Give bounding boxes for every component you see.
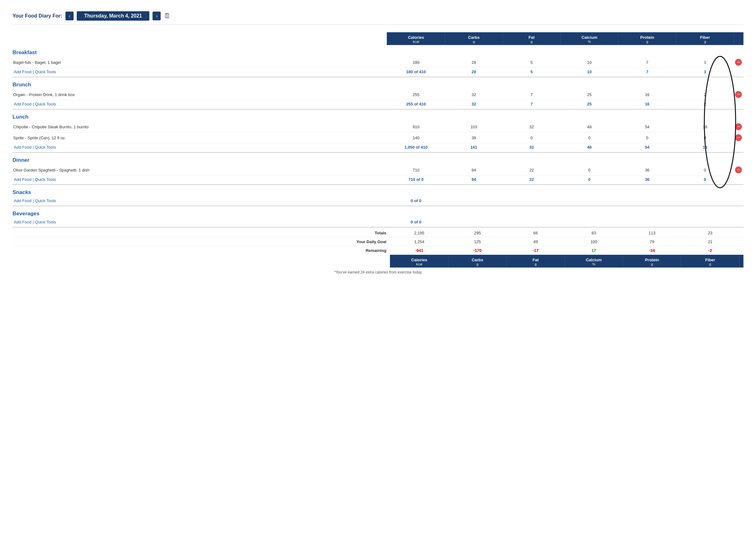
food-name-dinner-0: Olive Garden Spaghetti - Spaghetti, 1 di…	[13, 165, 387, 176]
goal-carbs: 125	[448, 237, 507, 246]
section-name-snacks: Snacks	[13, 189, 31, 195]
quick-tools-link-lunch[interactable]: Quick Tools	[35, 145, 56, 149]
summary-protein-lunch: 54	[618, 143, 676, 153]
bottom-carbs-header: Carbsg	[448, 255, 507, 268]
add-food-link-brunch[interactable]: Add Food	[14, 102, 31, 106]
food-calories-lunch-0: 910	[387, 121, 445, 132]
add-row-breakfast: Add Food | Quick Tools 180 of 410 28 5 1…	[13, 68, 743, 77]
remaining-label: Remaining	[13, 246, 390, 255]
diary-header: Your Food Diary For: ‹ Thursday, March 4…	[13, 6, 743, 25]
food-row-dinner-0: Olive Garden Spaghetti - Spaghetti, 1 di…	[13, 165, 743, 176]
food-fat-brunch-0: 7	[503, 89, 560, 100]
food-calcium-breakfast-0: 10	[560, 57, 618, 68]
diary-label: Your Food Diary For:	[13, 13, 62, 19]
goal-fat: 49	[507, 237, 565, 246]
section-name-beverages: Beverages	[13, 211, 39, 217]
remove-cell-brunch-0[interactable]: −	[734, 89, 743, 100]
add-links-brunch: Add Food | Quick Tools	[13, 100, 387, 109]
section-name-dinner: Dinner	[13, 157, 29, 163]
summary-calories-lunch: 1,050 of 410	[387, 143, 445, 153]
prev-day-button[interactable]: ‹	[66, 12, 73, 21]
summary-carbs-breakfast: 28	[445, 68, 503, 77]
remove-button-dinner-0[interactable]: −	[735, 166, 742, 173]
add-food-link-beverages[interactable]: Add Food	[14, 220, 31, 225]
remove-button-breakfast-0[interactable]: −	[735, 59, 742, 66]
food-name-lunch-0: Chipotle - Chipotle Steak Burrito, 1 bur…	[13, 121, 387, 132]
food-protein-lunch-1: 0	[618, 132, 676, 143]
add-food-link-snacks[interactable]: Add Food	[14, 198, 31, 203]
food-name-breakfast-0: Bagel-fuls - Bagel, 1 bagel	[13, 57, 387, 68]
summary-calories-snacks: 0 of 0	[387, 197, 445, 206]
quick-tools-link-breakfast[interactable]: Quick Tools	[35, 69, 56, 74]
totals-row: Totals 2,195 295 66 83 113 23	[13, 229, 743, 237]
add-food-link-dinner[interactable]: Add Food	[14, 177, 31, 182]
section-heading-brunch: Brunch	[13, 77, 743, 89]
remaining-fiber: -2	[681, 246, 739, 255]
summary-carbs-snacks	[445, 197, 503, 206]
food-fat-dinner-0: 22	[503, 165, 560, 176]
add-food-link-lunch[interactable]: Add Food	[14, 145, 31, 149]
section-heading-beverages: Beverages	[13, 206, 743, 218]
food-fiber-brunch-0: 2	[676, 89, 734, 100]
summary-calcium-dinner: 0	[560, 176, 618, 185]
totals-calcium: 83	[565, 229, 623, 237]
food-row-brunch-0: Orgain - Protein Drink, 1 drink box 255 …	[13, 89, 743, 100]
quick-tools-link-beverages[interactable]: Quick Tools	[35, 220, 56, 225]
summary-calcium-lunch: 48	[560, 143, 618, 153]
totals-carbs: 295	[448, 229, 507, 237]
food-fiber-dinner-0: 0	[676, 165, 734, 176]
remove-button-brunch-0[interactable]: −	[735, 91, 742, 98]
protein-col-header: Proteing	[618, 32, 676, 45]
next-day-button[interactable]: ›	[153, 12, 161, 21]
add-links-snacks: Add Food | Quick Tools	[13, 197, 387, 206]
food-row-lunch-1: Sprite - Sprite (Can), 12 fl oz. 140 38 …	[13, 132, 743, 143]
remove-cell-dinner-0[interactable]: −	[734, 165, 743, 176]
food-protein-lunch-0: 54	[618, 121, 676, 132]
name-col-header	[13, 32, 387, 45]
add-links-dinner: Add Food | Quick Tools	[13, 176, 387, 185]
totals-protein: 113	[623, 229, 681, 237]
remove-cell-lunch-1[interactable]: −	[734, 132, 743, 143]
calendar-icon[interactable]: 🗓	[164, 12, 171, 20]
food-calories-breakfast-0: 180	[387, 57, 445, 68]
summary-calcium-brunch: 25	[560, 100, 618, 109]
goal-calories: 1,254	[390, 237, 448, 246]
summary-protein-breakfast: 7	[618, 68, 676, 77]
add-food-link-breakfast[interactable]: Add Food	[14, 69, 31, 74]
summary-fiber-breakfast: 3	[676, 68, 734, 77]
fat-col-header: Fatg	[503, 32, 560, 45]
food-calcium-brunch-0: 25	[560, 89, 618, 100]
remaining-calories: -941	[390, 246, 448, 255]
totals-calories: 2,195	[390, 229, 448, 237]
remove-button-lunch-0[interactable]: −	[735, 123, 742, 130]
remove-cell-breakfast-0[interactable]: −	[734, 57, 743, 68]
food-row-breakfast-0: Bagel-fuls - Bagel, 1 bagel 180 28 5 10 …	[13, 57, 743, 68]
food-row-lunch-0: Chipotle - Chipotle Steak Burrito, 1 bur…	[13, 121, 743, 132]
section-name-lunch: Lunch	[13, 114, 28, 120]
food-fiber-breakfast-0: 3	[676, 57, 734, 68]
summary-fiber-snacks	[676, 197, 734, 206]
remove-button-lunch-1[interactable]: −	[735, 134, 742, 141]
food-fat-breakfast-0: 5	[503, 57, 560, 68]
summary-calcium-beverages	[560, 218, 618, 227]
quick-tools-link-brunch[interactable]: Quick Tools	[35, 102, 56, 106]
quick-tools-link-dinner[interactable]: Quick Tools	[35, 177, 56, 182]
section-name-brunch: Brunch	[13, 82, 31, 88]
food-calories-dinner-0: 710	[387, 165, 445, 176]
remaining-fat: -17	[507, 246, 565, 255]
summary-fat-beverages	[503, 218, 560, 227]
food-fat-lunch-1: 0	[503, 132, 560, 143]
exercise-note: *You've earned 24 extra calories from ex…	[13, 268, 743, 274]
summary-fiber-lunch: 18	[676, 143, 734, 153]
food-carbs-lunch-0: 103	[445, 121, 503, 132]
quick-tools-link-snacks[interactable]: Quick Tools	[35, 198, 56, 203]
food-calcium-lunch-1: 0	[560, 132, 618, 143]
food-calcium-lunch-0: 48	[560, 121, 618, 132]
remaining-calcium: 17	[565, 246, 623, 255]
remaining-carbs: -170	[448, 246, 507, 255]
food-carbs-brunch-0: 32	[445, 89, 503, 100]
food-fiber-lunch-0: 18	[676, 121, 734, 132]
add-row-beverages: Add Food | Quick Tools 0 of 0	[13, 218, 743, 227]
goal-protein: 79	[623, 237, 681, 246]
remove-cell-lunch-0[interactable]: −	[734, 121, 743, 132]
